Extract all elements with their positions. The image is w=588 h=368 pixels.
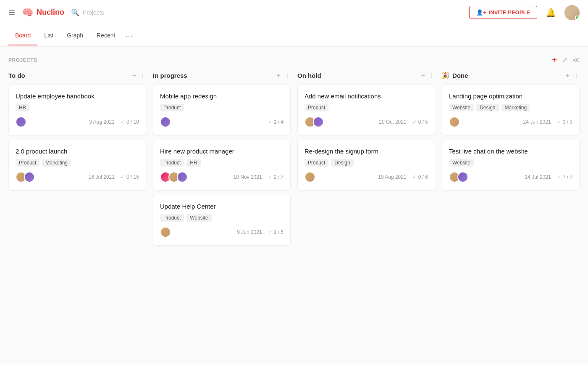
column-more-button[interactable]: ⋮ — [139, 71, 146, 79]
card-tags: ProductHR — [160, 159, 284, 167]
card-tag: Product — [304, 159, 328, 167]
card-check: ✓2 / 7 — [268, 174, 284, 180]
card-tag: HR — [16, 104, 29, 111]
column-more-button[interactable]: ⋮ — [284, 71, 291, 79]
column-add-button[interactable]: + — [132, 72, 136, 79]
column-header: To do+⋮ — [8, 71, 146, 79]
card[interactable]: Update Help CenterProductWebsite9 Jun 20… — [153, 195, 291, 246]
avatar-face — [314, 117, 323, 127]
tab-list[interactable]: List — [37, 26, 60, 45]
header-right: 👤+ INVITE PEOPLE 🔔 — [469, 5, 580, 20]
card-meta: 20 Oct 2021✓0 / 5 — [379, 119, 428, 125]
card[interactable]: Update employee handbookHR3 Aug 2021✓0 /… — [8, 85, 146, 135]
column-actions: +⋮ — [566, 71, 580, 79]
check-icon: ✓ — [557, 119, 561, 125]
check-icon: ✓ — [557, 174, 561, 180]
card-check: ✓0 / 10 — [121, 119, 139, 125]
card-meta: 16 Jul 2021✓0 / 15 — [89, 174, 139, 180]
column-more-button[interactable]: ⋮ — [428, 71, 435, 79]
avatar-face — [161, 228, 170, 237]
card-date: 20 Oct 2021 — [379, 119, 406, 125]
header: ☰ 🧠 Nuclino 🔍 Projects 👤+ INVITE PEOPLE … — [0, 0, 588, 25]
card-avatar — [24, 172, 35, 183]
tabs-more-icon[interactable]: ⋯ — [122, 25, 136, 46]
column-add-button[interactable]: + — [421, 72, 425, 79]
card[interactable]: Landing page optimizationWebsiteDesignMa… — [442, 85, 580, 135]
user-avatar[interactable] — [564, 5, 580, 20]
logo-brain-icon: 🧠 — [22, 7, 33, 18]
card-avatar — [177, 172, 188, 183]
card-check: ✓0 / 5 — [412, 119, 428, 125]
card-title: Hire new product manager — [160, 148, 284, 155]
tab-board[interactable]: Board — [8, 26, 37, 45]
logo[interactable]: 🧠 Nuclino — [22, 7, 64, 18]
invite-btn-label: INVITE PEOPLE — [489, 9, 530, 16]
column-title: 🎉Done — [442, 72, 468, 79]
tab-graph[interactable]: Graph — [60, 26, 90, 45]
card-title: Update Help Center — [160, 203, 284, 210]
card[interactable]: Mobile app redesignProduct✓1 / 4 — [153, 85, 291, 135]
card-avatar — [16, 116, 26, 127]
card-tag: Product — [160, 104, 184, 111]
header-left: ☰ 🧠 Nuclino 🔍 Projects — [8, 7, 104, 18]
card-title: Mobile app redesign — [160, 93, 284, 100]
online-indicator — [575, 16, 579, 20]
card-footer: 20 Oct 2021✓0 / 5 — [304, 116, 428, 127]
card-avatar — [160, 227, 171, 238]
card-meta: 3 Aug 2021✓0 / 10 — [89, 119, 139, 125]
card-footer: 18 Nov 2021✓2 / 7 — [160, 172, 284, 183]
collapse-button[interactable]: ≪ — [572, 56, 580, 64]
card-avatar — [449, 116, 460, 127]
card-avatars — [16, 116, 26, 127]
card-title: Update employee handbook — [16, 93, 139, 100]
avatar-face — [458, 172, 467, 182]
card[interactable]: 2.0 product launchProductMarketing16 Jul… — [8, 140, 146, 191]
card-footer: ✓1 / 4 — [160, 116, 284, 127]
column-header: 🎉Done+⋮ — [442, 71, 580, 79]
column-in-progress: In progress+⋮Mobile app redesignProduct✓… — [153, 71, 291, 250]
card-meta: 19 Aug 2021✓0 / 6 — [378, 174, 428, 180]
card-meta: 9 Jun 2021✓1 / 5 — [237, 229, 284, 235]
card-avatars — [16, 172, 35, 183]
column-add-button[interactable]: + — [566, 72, 570, 79]
check-icon: ✓ — [412, 174, 417, 180]
card-tag: Product — [160, 214, 184, 222]
card-tags: ProductWebsite — [160, 214, 284, 222]
card-avatar — [160, 116, 171, 127]
column-header: In progress+⋮ — [153, 71, 291, 79]
column-add-button[interactable]: + — [277, 72, 281, 79]
card-date: 16 Jul 2021 — [89, 174, 115, 180]
card-title: Landing page optimization — [449, 93, 572, 100]
tab-recent[interactable]: Recent — [90, 26, 122, 45]
board-actions: + ⤢ ≪ — [552, 55, 580, 65]
check-icon: ✓ — [121, 174, 125, 180]
notification-bell-icon[interactable]: 🔔 — [546, 8, 556, 18]
card-tag: Design — [476, 104, 499, 111]
card-check: ✓1 / 4 — [268, 119, 284, 125]
card[interactable]: Test live chat on the websiteWebsite14 J… — [442, 140, 580, 191]
invite-people-button[interactable]: 👤+ INVITE PEOPLE — [469, 6, 537, 19]
card[interactable]: Add new email notificationsProduct20 Oct… — [297, 85, 435, 135]
card-meta: 14 Jul 2021✓7 / 7 — [525, 174, 572, 180]
check-icon: ✓ — [268, 174, 272, 180]
check-icon: ✓ — [268, 119, 272, 125]
column-actions: +⋮ — [421, 71, 435, 79]
avatar-face — [25, 172, 34, 182]
card-tag: Product — [304, 104, 328, 111]
card-tags: Website — [449, 159, 572, 167]
card[interactable]: Hire new product managerProductHR18 Nov … — [153, 140, 291, 191]
add-column-button[interactable]: + — [552, 55, 557, 65]
column-title-text: Done — [452, 72, 468, 79]
expand-button[interactable]: ⤢ — [562, 56, 567, 64]
card-title: Re-design the signup form — [304, 148, 428, 155]
tab-bar: Board List Graph Recent ⋯ — [0, 25, 588, 47]
card-check: ✓1 / 5 — [268, 229, 284, 235]
card-avatar — [457, 172, 468, 183]
card[interactable]: Re-design the signup formProductDesign19… — [297, 140, 435, 191]
column-title: In progress — [153, 72, 187, 79]
card-footer: 14 Jul 2021✓7 / 7 — [449, 172, 572, 183]
column-more-button[interactable]: ⋮ — [573, 71, 580, 79]
menu-icon[interactable]: ☰ — [8, 8, 15, 17]
card-tags: HR — [16, 104, 139, 111]
search-area[interactable]: 🔍 Projects — [71, 8, 104, 16]
